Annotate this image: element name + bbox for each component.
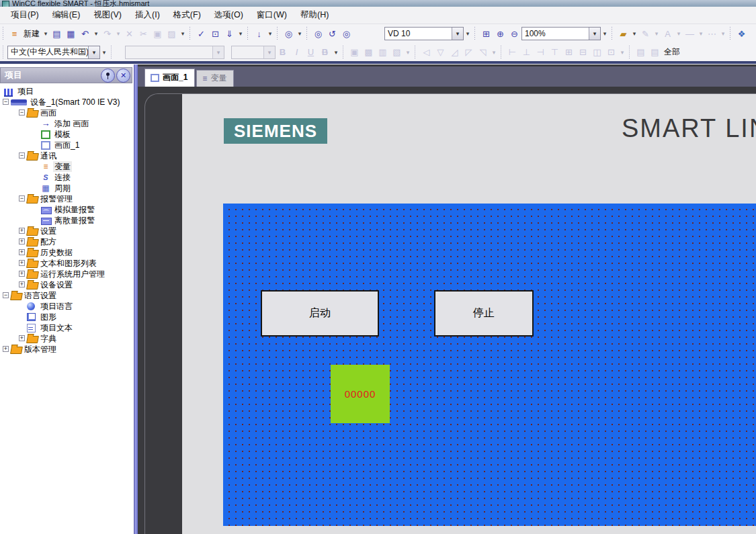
menu-item-6[interactable]: 窗口(W) (250, 7, 294, 23)
tree-item-19[interactable]: −语言设置 (0, 290, 134, 301)
io-field[interactable]: 00000 (331, 365, 390, 423)
toolbar-grip[interactable] (628, 46, 632, 59)
tree-item-14[interactable]: +配方 (0, 236, 134, 247)
tree-expander-plus-icon[interactable]: + (19, 238, 25, 244)
menu-item-0[interactable]: 项目(P) (4, 7, 46, 23)
start-button[interactable]: 启动 (261, 290, 379, 337)
tree-expander-plus-icon[interactable]: + (19, 260, 25, 266)
menu-item-7[interactable]: 帮助(H) (294, 7, 335, 23)
toolbar-grip[interactable] (474, 27, 477, 40)
tree-item-10[interactable]: −报警管理 (0, 193, 134, 204)
toolbar-grip[interactable] (110, 46, 114, 59)
undo-icon[interactable]: ↶ (78, 27, 92, 40)
compile-caret-icon[interactable]: ▾ (266, 27, 274, 40)
tree-expander-minus-icon[interactable]: − (19, 152, 25, 159)
clipboard-overflow-caret-icon[interactable]: ▾ (179, 27, 187, 40)
menu-item-5[interactable]: 选项(O) (208, 7, 250, 23)
tree-item-12[interactable]: 离散量报警 (0, 215, 134, 226)
tree-item-21[interactable]: 图形 (0, 312, 134, 322)
new-dropdown-caret-icon[interactable]: ▾ (42, 27, 50, 40)
tag-combo-overflow-caret-icon[interactable]: ▾ (464, 27, 472, 40)
transfer-download-icon[interactable]: ⇓ (222, 27, 237, 40)
find-icon[interactable]: ◎ (311, 27, 325, 40)
menu-item-4[interactable]: 格式(F) (167, 7, 208, 23)
tree-item-20[interactable]: 项目语言 (0, 301, 134, 312)
generate-icon[interactable]: ⊡ (208, 27, 222, 40)
tree-expander-plus-icon[interactable]: + (19, 271, 25, 277)
tree-item-15[interactable]: +历史数据 (0, 247, 134, 258)
tab-tags[interactable]: ≡ 变量 (196, 70, 234, 87)
screen-canvas[interactable]: 启动 停止 00000 (223, 204, 756, 526)
language-combo-caret-icon[interactable]: ▾ (88, 46, 99, 58)
tree-item-4[interactable]: 模板 (0, 129, 134, 140)
tree-item-7[interactable]: ≡变量 (0, 161, 134, 172)
toolbar-grip[interactable] (2, 46, 5, 59)
new-button[interactable]: 新建 (22, 28, 42, 40)
toolbar-grip[interactable] (247, 27, 250, 40)
zoom-in-icon[interactable]: ⊕ (493, 27, 507, 40)
fill-color-caret-icon[interactable]: ▾ (630, 27, 638, 40)
tab-screen-1[interactable]: 画面_1 (144, 69, 195, 87)
tree-item-3[interactable]: →添加 画面 (0, 118, 134, 129)
tree-item-1[interactable]: −设备_1(Smart 700 IE V3) (0, 97, 134, 107)
language-overflow-caret-icon[interactable]: ▾ (100, 46, 108, 59)
menu-item-2[interactable]: 视图(V) (87, 7, 128, 23)
tree-item-0[interactable]: 项目 (0, 86, 134, 97)
close-panel-button[interactable]: ✕ (116, 69, 130, 83)
tree-item-6[interactable]: −通讯 (0, 150, 134, 161)
sync-icon[interactable]: ↺ (325, 27, 339, 40)
tree-item-17[interactable]: +运行系统用户管理 (0, 269, 134, 279)
toolbar-grip[interactable] (2, 27, 5, 40)
tree-item-11[interactable]: 模拟量报警 (0, 204, 134, 215)
save-icon[interactable]: ▦ (64, 27, 78, 40)
tree-expander-plus-icon[interactable]: + (19, 249, 25, 255)
tree-expander-minus-icon[interactable]: − (3, 99, 9, 105)
compile-icon[interactable]: ↓ (252, 27, 266, 40)
pin-button[interactable] (101, 69, 115, 83)
zoom-region-icon[interactable]: ⊞ (479, 27, 493, 40)
toolbar-grip[interactable] (276, 27, 280, 40)
tree-item-23[interactable]: +字典 (0, 333, 134, 344)
zoom-combo-caret-icon[interactable]: ▾ (589, 28, 600, 40)
tree-item-8[interactable]: S连接 (0, 172, 134, 183)
toolbar-grip[interactable] (414, 46, 417, 59)
tree-item-13[interactable]: +设置 (0, 226, 134, 236)
stop-button[interactable]: 停止 (434, 290, 534, 337)
tree-expander-plus-icon[interactable]: + (3, 346, 9, 352)
transfer-caret-icon[interactable]: ▾ (237, 27, 245, 40)
toolbar-grip[interactable] (306, 27, 309, 40)
tree-item-22[interactable]: 项目文本 (0, 322, 134, 333)
tree-item-16[interactable]: +文本和图形列表 (0, 258, 134, 269)
find-replace-caret-icon[interactable]: ▾ (296, 27, 304, 40)
tree-item-18[interactable]: +设备设置 (0, 279, 134, 290)
tree-expander-minus-icon[interactable]: − (3, 292, 9, 298)
zoom-combo[interactable]: 100% ▾ (521, 27, 601, 40)
zoom-out-icon[interactable]: ⊖ (507, 27, 521, 40)
tree-expander-plus-icon[interactable]: + (19, 281, 25, 287)
language-combo[interactable]: 中文(中华人民共和国) ▾ (7, 46, 100, 59)
tree-expander-plus-icon[interactable]: + (19, 335, 25, 341)
toolbar-grip[interactable] (611, 27, 614, 40)
library-icon[interactable]: ❖ (734, 27, 749, 40)
check-consistency-icon[interactable]: ✓ (194, 27, 208, 40)
open-icon[interactable]: ▤ (50, 27, 64, 40)
layers-all-button[interactable]: 全部 (662, 46, 682, 58)
zoom-combo-overflow-caret-icon[interactable]: ▾ (601, 27, 609, 40)
tree-expander-plus-icon[interactable]: + (19, 228, 25, 234)
tree-item-5[interactable]: 画面_1 (0, 140, 134, 150)
tree-expander-minus-icon[interactable]: − (19, 195, 25, 202)
font-overflow-caret-icon[interactable]: ▾ (332, 46, 340, 59)
tag-combo-caret-icon[interactable]: ▾ (452, 28, 463, 40)
toolbar-grip[interactable] (342, 46, 345, 59)
toolbar-grip[interactable] (729, 27, 732, 40)
find-replace-icon[interactable]: ◎ (282, 27, 296, 40)
find-next-icon[interactable]: ◎ (339, 27, 353, 40)
fill-color-icon[interactable]: ▰ (616, 27, 630, 40)
tree-item-2[interactable]: −画面 (0, 107, 134, 118)
toolbar-grip[interactable] (189, 27, 192, 40)
tree-expander-minus-icon[interactable]: − (19, 109, 25, 116)
tree-item-9[interactable]: ▦周期 (0, 183, 134, 193)
toolbar-grip[interactable] (500, 46, 503, 59)
undo-caret-icon[interactable]: ▾ (92, 27, 100, 40)
tag-combo[interactable]: VD 10 ▾ (384, 27, 464, 40)
